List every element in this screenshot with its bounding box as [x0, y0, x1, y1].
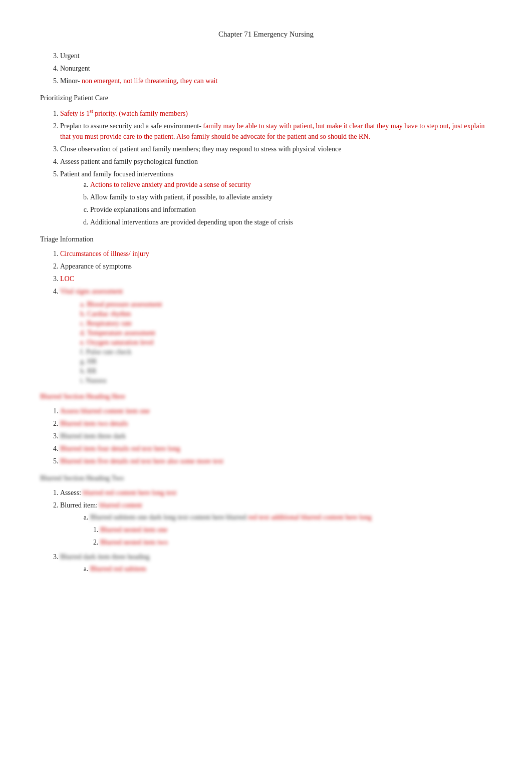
blurred-4g: g. HR — [80, 358, 492, 366]
sub-item-5a: Actions to relieve anxiety and provide a… — [90, 179, 492, 190]
blurred-s5-item1: Assess blurred content item one — [60, 406, 492, 416]
list-item-nonurgent: Nonurgent — [60, 63, 492, 74]
blurred-s6-sub-i: Blurred subitem one dark long text conte… — [90, 512, 492, 523]
list-item-minor: Minor- non emergent, not life threatenin… — [60, 76, 492, 86]
triage-item-4: Vital signs assessment — [60, 286, 492, 297]
prioritizing-item-3: Close observation of patient and family … — [60, 144, 492, 154]
top-list: Urgent Nonurgent Minor- non emergent, no… — [40, 51, 492, 86]
triage-item-3: LOC — [60, 274, 492, 284]
blurred-section5-heading: Blurred Section Heading Here — [40, 393, 492, 401]
blurred-4c: c. Respiratory rate — [80, 320, 492, 328]
prioritizing-item-2: Preplan to assure security and a safe en… — [60, 121, 492, 142]
list-item-urgent: Urgent — [60, 51, 492, 61]
prioritizing-item-1: Safety is 1st priority. (watch family me… — [60, 107, 492, 119]
prioritizing-item-4: Assess patient and family psychological … — [60, 156, 492, 167]
sub-item-5c: Provide explanations and information — [90, 204, 492, 215]
page-title: Chapter 71 Emergency Nursing — [40, 30, 492, 39]
triage-item-2: Appearance of symptoms — [60, 261, 492, 272]
blurred-4b: b. Cardiac rhythm — [80, 310, 492, 318]
triage-item-1: Circumstances of illness/ injury — [60, 248, 492, 259]
blurred-s6-sub2a: Blurred red subitem — [90, 564, 492, 574]
blurred-s6-sublist: Blurred subitem one dark long text conte… — [60, 512, 492, 548]
sub-item-5b: Allow family to stay with patient, if po… — [90, 192, 492, 202]
blurred-s6-subsub2: Blurred nested item two — [100, 537, 492, 548]
blurred-section5-list: Assess blurred content item one Blurred … — [40, 406, 492, 466]
item1-text: Safety is 1st priority. (watch family me… — [60, 110, 188, 117]
blurred-section6-heading: Blurred Section Heading Two — [40, 474, 492, 482]
blurred-s5-item5: Blurred item five details red text here … — [60, 456, 492, 466]
prioritizing-item-5: Patient and family focused interventions… — [60, 169, 492, 227]
item2-black: Preplan to assure security and a safe en… — [60, 122, 203, 130]
blurred-s6-subsub1: Blurred nested item one — [100, 525, 492, 535]
blurred-s6-item3: Blurred dark item three heading Blurred … — [60, 552, 492, 574]
minor-red-text: non emergent, not life threatening, they… — [82, 77, 217, 85]
prioritizing-heading: Prioritizing Patient Care — [40, 94, 492, 102]
blurred-4d: d. Temperature assessment — [80, 329, 492, 337]
triage-item-1-text: Circumstances of illness/ injury — [60, 250, 149, 257]
blurred-4e: e. Oxygen saturation level — [80, 339, 492, 347]
triage-heading: Triage Information — [40, 235, 492, 243]
sub-list-5: Actions to relieve anxiety and provide a… — [60, 179, 492, 227]
blurred-sublist-4: a. Blood pressure assessment b. Cardiac … — [40, 301, 492, 385]
blurred-4f: f. Pulse rate check — [80, 348, 492, 356]
prioritizing-list: Safety is 1st priority. (watch family me… — [40, 107, 492, 227]
blurred-s5-item2: Blurred item two details — [60, 418, 492, 429]
triage-item-4-blurred: Vital signs assessment — [60, 288, 123, 295]
triage-item-3-text: LOC — [60, 275, 74, 283]
blurred-s6-sub-sub: Blurred nested item one Blurred nested i… — [90, 525, 492, 548]
blurred-section6-list: Assess: blurred red content here long te… — [40, 487, 492, 574]
blurred-s6-item2: Blurred item: blurred content Blurred su… — [60, 500, 492, 548]
blurred-s6-sub2: Blurred red subitem — [60, 564, 492, 574]
blurred-4i: i. Nausea — [80, 377, 492, 385]
sub-item-5d: Additional interventions are provided de… — [90, 217, 492, 227]
blurred-s6-item1: Assess: blurred red content here long te… — [60, 487, 492, 498]
triage-list: Circumstances of illness/ injury Appeara… — [40, 248, 492, 297]
blurred-4a: a. Blood pressure assessment — [80, 301, 492, 309]
blurred-4h: h. RR — [80, 367, 492, 375]
blurred-s5-item4: Blurred item four details red text here … — [60, 443, 492, 454]
blurred-s5-item3: Blurred item three dark — [60, 431, 492, 441]
